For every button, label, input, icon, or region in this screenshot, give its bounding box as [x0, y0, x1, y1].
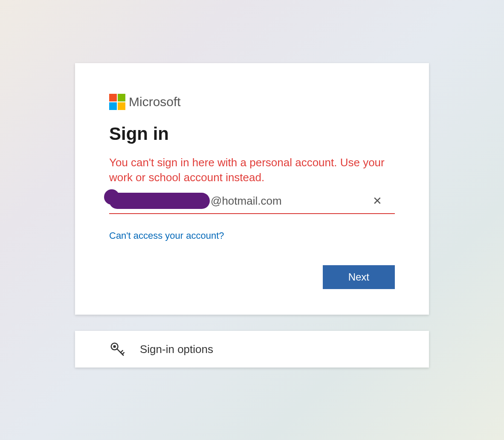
- email-field[interactable]: [210, 194, 368, 208]
- clear-input-button[interactable]: ✕: [368, 194, 386, 208]
- close-icon: ✕: [373, 194, 382, 207]
- brand-name: Microsoft: [129, 95, 181, 109]
- svg-point-1: [114, 346, 116, 347]
- microsoft-logo-icon: [109, 94, 125, 110]
- brand-row: Microsoft: [109, 94, 395, 110]
- button-row: Next: [109, 265, 395, 289]
- next-button[interactable]: Next: [323, 265, 395, 289]
- signin-options-label: Sign-in options: [140, 343, 213, 356]
- email-input-row: ✕: [109, 193, 395, 214]
- error-message: You can't sign in here with a personal a…: [109, 155, 395, 185]
- key-icon: [109, 341, 125, 357]
- signin-card: Microsoft Sign in You can't sign in here…: [75, 63, 429, 315]
- signin-title: Sign in: [109, 124, 395, 144]
- redaction-mark: [109, 193, 210, 209]
- signin-options-card[interactable]: Sign-in options: [75, 331, 429, 368]
- cant-access-link[interactable]: Can't access your account?: [109, 230, 224, 241]
